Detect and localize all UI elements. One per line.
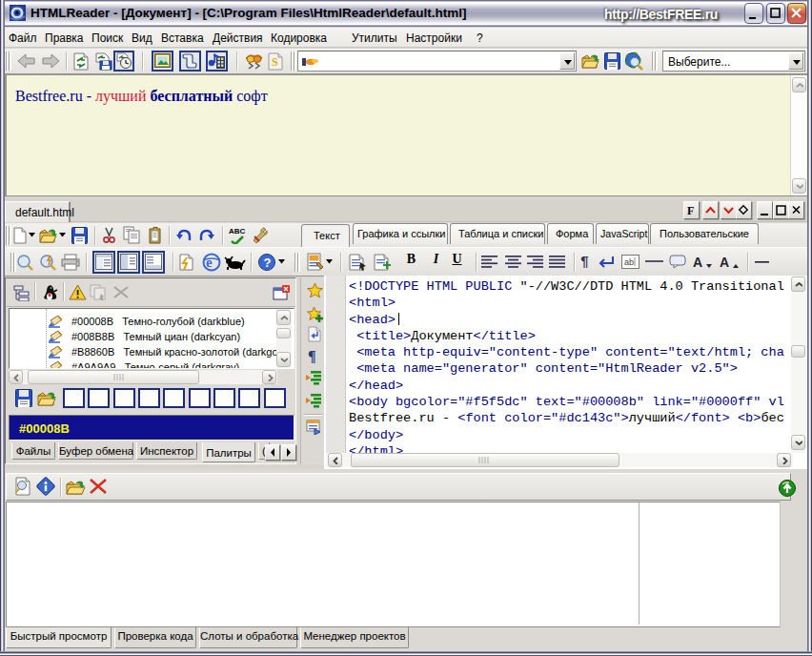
svg-text:e: e	[206, 255, 213, 270]
svg-text:ab: ab	[624, 257, 634, 267]
svg-text:A: A	[693, 255, 702, 269]
svg-text:?: ?	[264, 256, 272, 270]
svg-text:ABC: ABC	[229, 227, 246, 236]
svg-text:¶: ¶	[308, 348, 316, 363]
svg-text:F: F	[687, 204, 694, 217]
svg-text:A: A	[720, 255, 729, 269]
svg-text:S: S	[272, 55, 278, 69]
